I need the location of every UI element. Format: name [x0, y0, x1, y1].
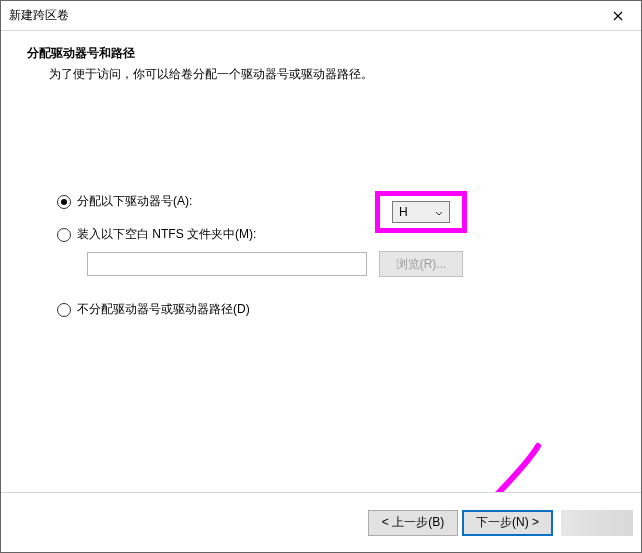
next-button[interactable]: 下一步(N) > — [462, 510, 553, 536]
page-heading: 分配驱动器号和路径 — [27, 45, 615, 62]
option-no-assign-label: 不分配驱动器号或驱动器路径(D) — [77, 301, 250, 318]
chevron-down-icon — [435, 205, 443, 219]
radio-mount-folder[interactable] — [57, 228, 71, 242]
back-button[interactable]: < 上一步(B) — [368, 510, 458, 536]
dialog-body: 分配驱动器号和路径 为了便于访问，你可以给卷分配一个驱动器号或驱动器路径。 H … — [1, 31, 641, 492]
title-bar: 新建跨区卷 — [1, 1, 641, 31]
browse-button: 浏览(R)... — [379, 251, 463, 277]
drive-letter-value: H — [399, 205, 408, 219]
radio-assign-letter[interactable] — [57, 195, 71, 209]
options-group: 分配以下驱动器号(A): 装入以下空白 NTFS 文件夹中(M): 浏览(R).… — [27, 193, 615, 318]
mount-folder-row: 浏览(R)... — [57, 251, 615, 277]
option-assign-letter[interactable]: 分配以下驱动器号(A): — [57, 193, 615, 210]
close-button[interactable] — [595, 1, 641, 31]
drive-letter-select[interactable]: H — [392, 201, 450, 223]
radio-no-assign[interactable] — [57, 303, 71, 317]
option-no-assign[interactable]: 不分配驱动器号或驱动器路径(D) — [57, 301, 615, 318]
drive-highlight-box: H — [375, 191, 467, 233]
option-assign-letter-label: 分配以下驱动器号(A): — [77, 193, 192, 210]
back-button-label: < 上一步(B) — [382, 514, 444, 531]
option-mount-folder-label: 装入以下空白 NTFS 文件夹中(M): — [77, 226, 256, 243]
option-mount-folder[interactable]: 装入以下空白 NTFS 文件夹中(M): — [57, 226, 615, 243]
mount-path-input[interactable] — [87, 252, 367, 276]
redaction-smudge — [561, 510, 633, 536]
dialog-footer: < 上一步(B) 下一步(N) > — [1, 492, 641, 552]
page-subheading: 为了便于访问，你可以给卷分配一个驱动器号或驱动器路径。 — [27, 66, 615, 83]
close-icon — [613, 11, 623, 21]
window-title: 新建跨区卷 — [1, 7, 69, 24]
browse-button-label: 浏览(R)... — [396, 256, 447, 273]
dialog-window: 新建跨区卷 分配驱动器号和路径 为了便于访问，你可以给卷分配一个驱动器号或驱动器… — [0, 0, 642, 553]
next-button-label: 下一步(N) > — [476, 514, 539, 531]
